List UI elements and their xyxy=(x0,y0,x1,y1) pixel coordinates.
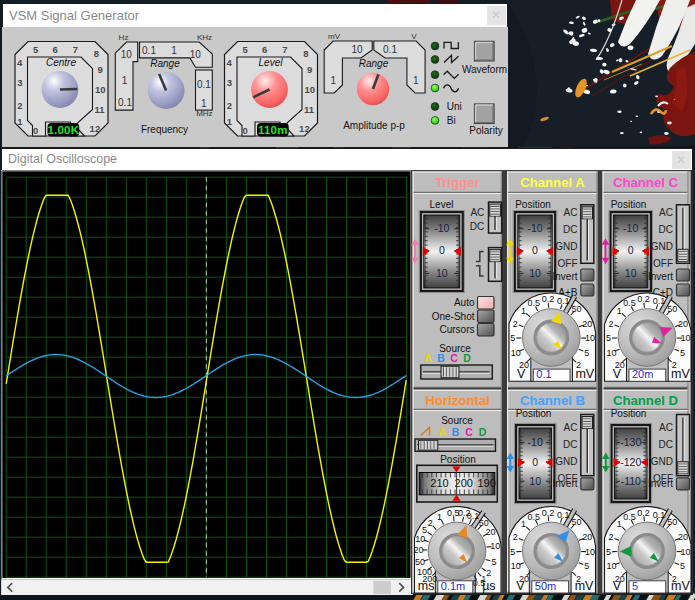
svg-text:12: 12 xyxy=(299,123,310,134)
svg-text:3: 3 xyxy=(227,77,232,88)
svg-text:1: 1 xyxy=(122,75,128,86)
svg-text:AC: AC xyxy=(564,422,578,433)
svg-text:10: 10 xyxy=(606,561,616,571)
svg-text:Amplitude p-p: Amplitude p-p xyxy=(343,120,405,131)
svg-text:10: 10 xyxy=(351,44,363,55)
svg-text:1: 1 xyxy=(617,519,622,529)
svg-text:0.1: 0.1 xyxy=(653,296,666,306)
svg-text:200: 200 xyxy=(455,477,473,489)
svg-text:10: 10 xyxy=(606,348,616,358)
svg-text:B: B xyxy=(452,426,460,438)
svg-text:10: 10 xyxy=(490,541,500,551)
svg-text:DC: DC xyxy=(470,221,484,232)
svg-text:7: 7 xyxy=(282,44,287,55)
svg-text:1: 1 xyxy=(521,306,526,316)
svg-text:1: 1 xyxy=(413,75,419,86)
svg-text:V: V xyxy=(613,367,622,381)
svg-text:C: C xyxy=(450,352,458,364)
svg-text:10: 10 xyxy=(585,547,595,557)
svg-text:AC: AC xyxy=(659,422,673,433)
svg-text:5: 5 xyxy=(632,580,638,592)
svg-text:5: 5 xyxy=(680,348,685,358)
svg-text:1: 1 xyxy=(227,116,233,127)
svg-text:50: 50 xyxy=(572,304,582,314)
svg-text:-120: -120 xyxy=(620,456,641,468)
svg-text:0.2: 0.2 xyxy=(637,294,650,304)
svg-text:100: 100 xyxy=(417,567,432,577)
svg-text:Centre: Centre xyxy=(46,57,76,68)
svg-text:10: 10 xyxy=(529,475,541,487)
svg-text:1: 1 xyxy=(17,116,23,127)
svg-text:1.00K: 1.00K xyxy=(47,124,79,136)
svg-text:10: 10 xyxy=(436,267,448,279)
svg-text:Channel C: Channel C xyxy=(613,175,679,190)
svg-text:10: 10 xyxy=(95,84,106,95)
svg-text:DC: DC xyxy=(563,224,577,235)
svg-text:2: 2 xyxy=(227,100,232,111)
svg-text:5: 5 xyxy=(584,348,589,358)
svg-text:0.1: 0.1 xyxy=(653,510,666,520)
svg-text:Invert: Invert xyxy=(648,271,673,282)
svg-text:20: 20 xyxy=(413,545,423,555)
svg-text:-10: -10 xyxy=(527,222,542,234)
svg-text:Channel B: Channel B xyxy=(520,393,585,408)
svg-text:Channel A: Channel A xyxy=(520,175,585,190)
svg-text:0.5: 0.5 xyxy=(528,512,541,522)
svg-text:MHz: MHz xyxy=(196,109,212,118)
svg-text:0.1: 0.1 xyxy=(557,510,570,520)
svg-text:4: 4 xyxy=(227,57,233,68)
svg-text:0.5: 0.5 xyxy=(528,298,541,308)
svg-text:2: 2 xyxy=(17,100,22,111)
svg-text:Hz: Hz xyxy=(119,33,129,42)
svg-text:10: 10 xyxy=(121,49,133,60)
svg-text:Invert: Invert xyxy=(552,478,577,489)
svg-text:11: 11 xyxy=(304,104,315,115)
svg-text:DC: DC xyxy=(659,224,673,235)
svg-text:5: 5 xyxy=(510,333,515,343)
svg-text:210: 210 xyxy=(430,477,448,489)
svg-text:-10: -10 xyxy=(623,222,638,234)
svg-text:Invert: Invert xyxy=(648,478,673,489)
svg-text:V: V xyxy=(517,367,526,381)
svg-text:mV: mV xyxy=(575,579,594,593)
svg-text:10: 10 xyxy=(304,84,315,95)
svg-text:8: 8 xyxy=(303,48,308,59)
svg-text:0: 0 xyxy=(439,244,445,256)
svg-text:D: D xyxy=(479,426,487,438)
svg-text:A: A xyxy=(439,426,447,438)
svg-text:Bi: Bi xyxy=(447,115,456,126)
svg-text:A: A xyxy=(424,352,432,364)
svg-text:Invert: Invert xyxy=(552,271,577,282)
svg-text:5: 5 xyxy=(242,44,248,55)
svg-text:OFF: OFF xyxy=(653,258,673,269)
svg-text:20: 20 xyxy=(582,319,592,329)
svg-text:0.5: 0.5 xyxy=(623,298,636,308)
svg-text:2: 2 xyxy=(428,518,433,528)
svg-text:6: 6 xyxy=(52,44,57,55)
svg-text:20: 20 xyxy=(486,527,496,537)
svg-text:GND: GND xyxy=(651,241,673,252)
svg-text:B: B xyxy=(437,352,445,364)
svg-text:AC: AC xyxy=(470,207,484,218)
svg-text:One-Shot: One-Shot xyxy=(432,311,475,322)
svg-text:10: 10 xyxy=(681,547,691,557)
svg-text:20: 20 xyxy=(678,532,688,542)
svg-text:GND: GND xyxy=(555,241,577,252)
svg-text:mV: mV xyxy=(575,367,594,381)
svg-text:AC: AC xyxy=(564,207,578,218)
svg-text:KHz: KHz xyxy=(197,33,212,42)
svg-text:-110: -110 xyxy=(621,475,641,487)
svg-text:2: 2 xyxy=(513,532,518,542)
svg-text:D: D xyxy=(463,352,471,364)
svg-text:50: 50 xyxy=(667,304,677,314)
svg-text:Position: Position xyxy=(611,199,647,210)
svg-text:Cursors: Cursors xyxy=(439,324,474,335)
svg-text:0: 0 xyxy=(532,456,538,468)
svg-text:5: 5 xyxy=(491,557,496,567)
svg-text:6: 6 xyxy=(262,44,267,55)
svg-text:Position: Position xyxy=(516,408,552,419)
svg-text:0.1: 0.1 xyxy=(536,368,551,380)
svg-text:V: V xyxy=(411,32,417,41)
svg-text:V: V xyxy=(613,579,622,593)
svg-text:7: 7 xyxy=(73,44,78,55)
